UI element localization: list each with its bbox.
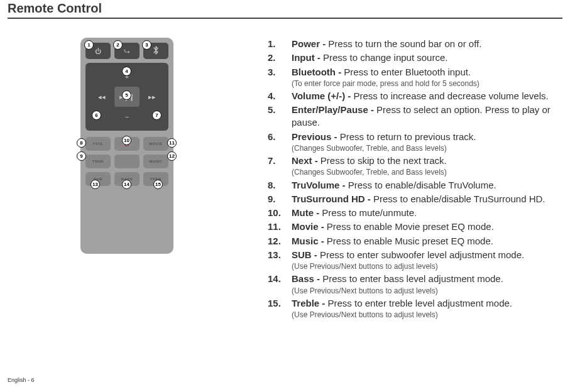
remote-row-top: ⏻ ⮑ <box>85 43 168 59</box>
remote-row-3: TSHD MUSIC <box>85 155 168 168</box>
instruction-label: Power - <box>292 38 328 49</box>
instruction-label: Bass - <box>292 273 322 284</box>
instruction-label: Movie - <box>292 221 327 232</box>
page-footer: English - 6 <box>8 377 35 383</box>
instruction-item: 2.Input - Press to change input source. <box>268 52 562 64</box>
instruction-desc: Press to enable/disable TruVolume. <box>348 180 496 190</box>
callout-6: 6 <box>92 111 101 120</box>
instruction-label: SUB - <box>292 249 320 260</box>
instruction-desc: Press to enter treble level adjustment m… <box>328 298 512 308</box>
page-title: Remote Control <box>8 0 562 19</box>
instruction-note: (Changes Subwoofer, Treble, and Bass lev… <box>292 167 562 177</box>
instruction-label: Previous - <box>292 131 340 142</box>
instruction-number: 5. <box>268 104 276 116</box>
blank-button <box>114 155 140 168</box>
instruction-desc: Press to skip to the next track. <box>321 155 447 166</box>
callout-3: 3 <box>142 40 151 50</box>
instruction-number: 3. <box>268 66 276 79</box>
instruction-label: Input - <box>292 52 323 63</box>
instruction-item: 6.Previous - Press to return to previous… <box>268 131 562 153</box>
instruction-number: 14. <box>268 273 281 285</box>
callout-10: 10 <box>122 136 131 145</box>
instruction-desc: Press to enable Music preset EQ mode. <box>327 236 493 246</box>
instruction-label: Enter/Play/Pause - <box>292 104 376 115</box>
instruction-item: 3.Bluetooth - Press to enter Bluetooth i… <box>268 66 562 89</box>
instruction-label: Music - <box>292 236 327 246</box>
instruction-label: Volume (+/-) - <box>292 90 353 101</box>
instruction-desc: Press to return to previous track. <box>340 131 476 142</box>
next-button: ▸▸ <box>140 87 165 107</box>
instruction-number: 7. <box>268 155 276 167</box>
callout-8: 8 <box>77 138 86 148</box>
callout-14: 14 <box>122 180 131 189</box>
instruction-desc: Press to enter subwoofer level adjustmen… <box>320 249 524 260</box>
music-button: MUSIC <box>143 155 168 168</box>
instruction-desc: Press to turn the sound bar on or off. <box>328 38 481 49</box>
instruction-number: 10. <box>268 207 281 219</box>
callout-12: 12 <box>167 151 177 161</box>
callout-1: 1 <box>84 40 94 50</box>
instruction-item: 4.Volume (+/-) - Press to increase and d… <box>268 90 562 102</box>
instruction-item: 8.TruVolume - Press to enable/disable Tr… <box>268 179 562 192</box>
instruction-note: (Changes Subwoofer, Treble, and Bass lev… <box>292 143 562 153</box>
instruction-label: Treble - <box>292 298 328 308</box>
callout-13: 13 <box>90 180 100 189</box>
instruction-note: (To enter force pair mode, press and hol… <box>292 79 562 89</box>
instruction-number: 13. <box>268 249 281 261</box>
callout-15: 15 <box>153 180 163 189</box>
volume-down-button: − <box>114 107 140 127</box>
instruction-item: 10.Mute - Press to mute/unmute. <box>268 207 562 219</box>
callout-9: 9 <box>77 151 86 161</box>
instruction-number: 4. <box>268 90 276 102</box>
instruction-number: 12. <box>268 235 281 248</box>
input-icon: ⮑ <box>124 48 130 55</box>
content-row: 1 2 3 4 5 6 7 8 9 10 11 12 13 14 15 ⏻ ⮑ <box>8 38 562 321</box>
instruction-number: 8. <box>268 179 276 192</box>
instructions-list: 1.Power - Press to turn the sound bar on… <box>268 38 562 321</box>
instruction-note: (Use Previous/Next buttons to adjust lev… <box>292 261 562 271</box>
instruction-desc: Press to increase and decrease volume le… <box>353 90 548 101</box>
bluetooth-icon <box>153 46 159 56</box>
instruction-label: TruVolume - <box>292 180 348 190</box>
instruction-item: 1.Power - Press to turn the sound bar on… <box>268 38 562 50</box>
dpad-empty <box>89 67 114 87</box>
previous-button: ◂◂ <box>89 87 114 107</box>
instruction-desc: Press to enable Movie preset EQ mode. <box>327 221 494 232</box>
callout-5: 5 <box>122 90 131 100</box>
callout-11: 11 <box>167 138 177 148</box>
instruction-item: 5.Enter/Play/Pause - Press to select an … <box>268 104 562 129</box>
instruction-number: 1. <box>268 38 276 50</box>
truvolume-button: TVOL <box>85 137 111 151</box>
instruction-note: (Use Previous/Next buttons to adjust lev… <box>292 286 562 296</box>
instruction-number: 11. <box>268 220 281 233</box>
instruction-desc: Press to enter bass level adjustment mod… <box>322 273 503 284</box>
instruction-desc: Press to enter Bluetooth input. <box>344 67 471 77</box>
instruction-item: 11.Movie - Press to enable Movie preset … <box>268 220 562 233</box>
instruction-number: 2. <box>268 52 276 64</box>
callout-2: 2 <box>113 40 123 50</box>
callout-7: 7 <box>152 111 162 120</box>
trusurround-button: TSHD <box>85 155 111 168</box>
movie-button: MOVIE <box>143 137 168 151</box>
callout-4: 4 <box>122 67 131 76</box>
instruction-item: 13.SUB - Press to enter subwoofer level … <box>268 249 562 271</box>
instruction-desc: Press to enable/disable TruSurround HD. <box>373 193 545 204</box>
instruction-desc: Press to change input source. <box>323 52 447 63</box>
instruction-item: 12.Music - Press to enable Music preset … <box>268 235 562 248</box>
instruction-number: 9. <box>268 193 276 205</box>
instruction-number: 15. <box>268 297 281 310</box>
power-icon: ⏻ <box>95 48 101 55</box>
instruction-item: 7.Next - Press to skip to the next track… <box>268 155 562 177</box>
instruction-number: 6. <box>268 131 276 143</box>
instruction-note: (Use Previous/Next buttons to adjust lev… <box>292 310 562 320</box>
dpad-empty <box>140 67 165 87</box>
instruction-item: 14.Bass - Press to enter bass level adju… <box>268 273 562 295</box>
remote-diagram: 1 2 3 4 5 6 7 8 9 10 11 12 13 14 15 ⏻ ⮑ <box>8 38 246 321</box>
instruction-desc: Press to mute/unmute. <box>322 207 417 218</box>
instruction-item: 9.TruSurround HD - Press to enable/disab… <box>268 193 562 205</box>
instruction-label: Mute - <box>292 207 322 218</box>
instruction-label: Next - <box>292 155 321 166</box>
remote-body: 1 2 3 4 5 6 7 8 9 10 11 12 13 14 15 ⏻ ⮑ <box>80 38 173 254</box>
instruction-label: Bluetooth - <box>292 67 344 77</box>
instruction-label: TruSurround HD - <box>292 193 373 204</box>
